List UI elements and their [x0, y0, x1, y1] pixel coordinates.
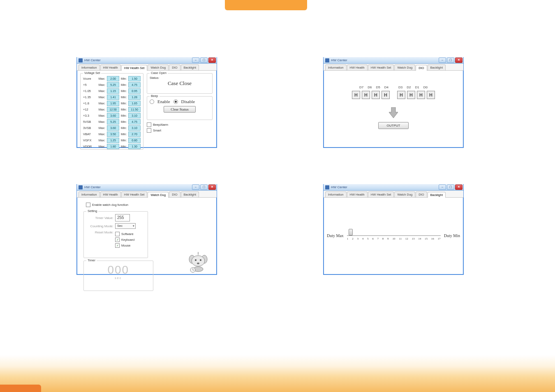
- maximize-button[interactable]: ▢: [447, 184, 454, 190]
- backlight-slider[interactable]: [347, 231, 441, 236]
- status-label: Status:: [150, 76, 210, 80]
- tab-watch-dog[interactable]: Watch Dog: [394, 65, 415, 70]
- minimize-button[interactable]: –: [439, 184, 446, 190]
- voltage-min-input[interactable]: 2.70: [128, 131, 141, 137]
- voltage-max-input[interactable]: 5.25: [107, 82, 119, 88]
- reset-mouse-label: Mouse: [121, 244, 131, 247]
- reset-mode-label: Reset Mode:: [86, 231, 113, 234]
- tab-information[interactable]: Information: [325, 191, 347, 197]
- enable-watchdog-checkbox[interactable]: [86, 203, 90, 207]
- close-button[interactable]: ✕: [455, 184, 462, 190]
- tab-hw-health[interactable]: HW Health: [347, 191, 368, 197]
- voltage-max-label: Max:: [99, 77, 105, 81]
- voltage-max-label: Max:: [99, 83, 105, 87]
- smart-checkbox[interactable]: [147, 128, 151, 133]
- minimize-button[interactable]: –: [439, 58, 446, 63]
- dio-bit-box[interactable]: H: [427, 91, 435, 99]
- tab-watch-dog[interactable]: Watch Dog: [394, 191, 415, 197]
- timer-value-input[interactable]: 255: [115, 214, 130, 221]
- counting-mode-label: Counting Mode:: [86, 224, 113, 228]
- tab-hw-health-set[interactable]: HW Health Set: [121, 191, 148, 197]
- tab-information[interactable]: Information: [79, 65, 100, 70]
- reset-keyboard-checkbox[interactable]: ✓: [115, 238, 120, 242]
- voltage-min-input[interactable]: 0.95: [128, 88, 141, 94]
- tab-dio[interactable]: DIO: [169, 191, 180, 197]
- window-title: HW Center: [84, 58, 101, 62]
- maximize-button[interactable]: ▢: [447, 58, 454, 63]
- close-button[interactable]: ✕: [208, 58, 216, 63]
- voltage-min-input[interactable]: 1.65: [128, 101, 141, 106]
- reset-software-checkbox[interactable]: [115, 232, 120, 236]
- dio-bit-box[interactable]: H: [352, 91, 360, 99]
- titlebar[interactable]: HW Center – ▢ ✕: [324, 57, 463, 64]
- voltage-max-input[interactable]: 3.60: [107, 113, 119, 118]
- titlebar[interactable]: HW Center – ▢ ✕: [77, 184, 217, 191]
- dio-bit-box[interactable]: H: [362, 91, 370, 99]
- beep-enable-radio[interactable]: [150, 99, 154, 104]
- voltage-min-input[interactable]: 1.28: [128, 95, 141, 100]
- tab-hw-health[interactable]: HW Health: [100, 65, 121, 70]
- tab-backlight[interactable]: Backlight: [181, 191, 199, 197]
- voltage-min-input[interactable]: 11.50: [128, 107, 141, 112]
- voltage-max-label: Max:: [99, 108, 105, 111]
- voltage-min-input[interactable]: 1.50: [128, 76, 141, 81]
- voltage-min-input[interactable]: 4.75: [128, 82, 141, 88]
- titlebar[interactable]: HW Center – ▢ ✕: [77, 57, 217, 64]
- dio-bit-box[interactable]: H: [417, 91, 425, 99]
- tab-backlight[interactable]: Backlight: [428, 192, 446, 198]
- voltage-min-label: Min:: [121, 126, 127, 130]
- watchdog-illustration-icon: [184, 250, 213, 273]
- dio-bit-box[interactable]: H: [397, 91, 405, 99]
- voltage-max-input[interactable]: 1.15: [107, 88, 119, 94]
- maximize-button[interactable]: ▢: [200, 58, 208, 63]
- minimize-button[interactable]: –: [192, 184, 199, 190]
- voltage-max-input[interactable]: 3.60: [107, 125, 119, 131]
- tab-hw-health[interactable]: HW Health: [347, 65, 368, 70]
- page-top-accent: [225, 0, 307, 10]
- tab-watch-dog[interactable]: Watch Dog: [148, 65, 169, 70]
- output-button[interactable]: OUTPUT: [378, 122, 409, 129]
- counting-mode-select[interactable]: Sec: [115, 223, 136, 229]
- beepalarm-checkbox[interactable]: [147, 122, 151, 127]
- dio-bit-box[interactable]: H: [407, 91, 415, 99]
- voltage-max-input[interactable]: 12.50: [107, 107, 119, 112]
- tab-backlight[interactable]: Backlight: [428, 65, 446, 70]
- voltage-max-input[interactable]: 1.41: [107, 95, 119, 100]
- slider-thumb[interactable]: [349, 229, 353, 235]
- voltage-name: +5: [83, 83, 97, 87]
- titlebar[interactable]: HW Center – ▢ ✕: [324, 184, 463, 191]
- tab-watch-dog[interactable]: Watch Dog: [148, 192, 169, 198]
- tab-hw-health[interactable]: HW Health: [100, 191, 121, 197]
- tab-dio[interactable]: DIO: [416, 65, 427, 71]
- tab-backlight[interactable]: Backlight: [181, 65, 199, 70]
- tab-information[interactable]: Information: [79, 191, 100, 197]
- voltage-min-input[interactable]: 3.10: [128, 125, 141, 131]
- voltage-max-input[interactable]: 5.25: [107, 119, 119, 125]
- voltage-max-input[interactable]: 2.00: [107, 76, 119, 81]
- tab-hw-health-set[interactable]: HW Health Set: [368, 191, 394, 197]
- reset-mouse-checkbox[interactable]: ✓: [115, 243, 120, 248]
- voltage-min-input[interactable]: 1.30: [128, 144, 141, 149]
- clear-status-button[interactable]: Clear Status: [164, 106, 196, 113]
- tab-hw-health-set[interactable]: HW Health Set: [121, 65, 148, 71]
- dio-bit-box[interactable]: H: [382, 91, 390, 99]
- voltage-max-input[interactable]: 3.50: [107, 131, 119, 137]
- voltage-min-input[interactable]: 4.75: [128, 119, 141, 125]
- voltage-max-input[interactable]: 1.95: [107, 101, 119, 106]
- dio-bit-box[interactable]: H: [372, 91, 380, 99]
- tab-dio[interactable]: DIO: [169, 65, 180, 70]
- tab-information[interactable]: Information: [325, 65, 347, 70]
- svg-point-5: [200, 259, 201, 261]
- voltage-max-input[interactable]: 1.25: [107, 138, 119, 143]
- voltage-min-input[interactable]: 3.10: [128, 113, 141, 118]
- maximize-button[interactable]: ▢: [200, 184, 208, 190]
- tab-hw-health-set[interactable]: HW Health Set: [368, 65, 394, 70]
- slider-tick-label: 12: [405, 237, 408, 240]
- close-button[interactable]: ✕: [208, 184, 216, 190]
- voltage-max-input[interactable]: 1.80: [107, 144, 119, 149]
- voltage-min-input[interactable]: 0.80: [128, 138, 141, 143]
- minimize-button[interactable]: –: [192, 58, 199, 63]
- close-button[interactable]: ✕: [455, 58, 462, 63]
- tab-dio[interactable]: DIO: [416, 191, 427, 197]
- beep-disable-radio[interactable]: [173, 99, 178, 104]
